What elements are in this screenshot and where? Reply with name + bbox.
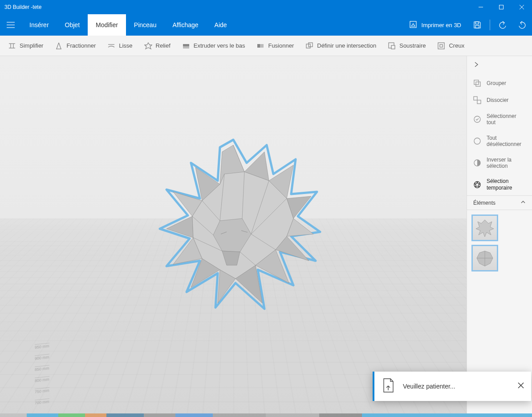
svg-rect-55 xyxy=(474,80,479,85)
svg-point-60 xyxy=(474,138,480,144)
toast-notification: Veuillez patienter... xyxy=(373,372,531,401)
tool-lisse[interactable]: Lisse xyxy=(102,39,138,53)
main-area: 950 mm 900 mm 850 mm 800 mm 750 mm 700 m… xyxy=(0,56,532,413)
group-icon xyxy=(473,79,481,87)
menu-inserer[interactable]: Insérer xyxy=(21,14,57,36)
deselect-all-icon xyxy=(473,137,481,145)
minimize-button[interactable] xyxy=(471,0,491,14)
printer-icon xyxy=(409,20,418,30)
menu-modifier[interactable]: Modifier xyxy=(88,14,126,36)
svg-rect-58 xyxy=(477,100,481,104)
svg-rect-9 xyxy=(475,25,479,28)
panel-grouper[interactable]: Grouper xyxy=(467,75,532,92)
taskbar xyxy=(0,413,532,417)
emboss-icon xyxy=(144,42,152,50)
chevron-up-icon xyxy=(520,199,526,206)
element-thumb-1[interactable] xyxy=(471,215,498,241)
maximize-button[interactable] xyxy=(491,0,512,14)
print-label: Imprimer en 3D xyxy=(421,22,461,28)
smooth-icon xyxy=(107,42,115,50)
elements-header[interactable]: Éléments xyxy=(467,195,532,210)
ungroup-icon xyxy=(473,96,481,104)
menu-objet[interactable]: Objet xyxy=(57,14,88,36)
intersect-icon xyxy=(305,42,313,50)
svg-rect-1 xyxy=(500,5,504,9)
temp-select-icon xyxy=(473,181,481,189)
ruler: 950 mm 900 mm 850 mm 800 mm 750 mm 700 m… xyxy=(35,343,49,405)
tool-simplifier[interactable]: Simplifier xyxy=(3,39,49,53)
svg-point-59 xyxy=(474,116,480,122)
redo-button[interactable] xyxy=(512,14,532,36)
tool-fusionner[interactable]: Fusionner xyxy=(251,39,299,53)
tool-soustraire[interactable]: Soustraire xyxy=(382,39,431,53)
model-preview[interactable] xyxy=(140,132,327,323)
panel-dissocier[interactable]: Dissocier xyxy=(467,92,532,109)
panel-deselect-all[interactable]: Tout désélectionner xyxy=(467,130,532,152)
close-button[interactable] xyxy=(512,0,532,14)
menu-affichage[interactable]: Affichage xyxy=(164,14,206,36)
svg-rect-23 xyxy=(391,45,395,49)
window-controls xyxy=(471,0,532,14)
tool-intersection[interactable]: Définir une intersection xyxy=(300,39,382,53)
svg-rect-57 xyxy=(474,97,477,100)
element-thumb-2[interactable] xyxy=(471,245,498,271)
svg-rect-24 xyxy=(438,43,444,49)
select-all-icon xyxy=(473,115,481,123)
panel-temp-selection[interactable]: Sélection temporaire xyxy=(467,174,532,195)
subtract-icon xyxy=(388,42,396,50)
tool-fractionner[interactable]: Fractionner xyxy=(49,39,101,53)
title-bar: 3D Builder -tete xyxy=(0,0,532,14)
elements-list xyxy=(467,210,532,276)
merge-icon xyxy=(256,42,264,50)
svg-rect-56 xyxy=(476,82,480,86)
file-upload-icon xyxy=(382,378,395,395)
panel-invert-selection[interactable]: Inverser la sélection xyxy=(467,152,532,174)
split-icon xyxy=(55,42,63,50)
svg-rect-8 xyxy=(475,22,479,24)
tool-creux[interactable]: Creux xyxy=(432,39,470,53)
print-3d-button[interactable]: Imprimer en 3D xyxy=(402,14,467,36)
collapse-panel-button[interactable] xyxy=(473,61,526,69)
svg-rect-19 xyxy=(260,44,264,48)
svg-rect-25 xyxy=(440,45,443,47)
panel-select-all[interactable]: Sélectionner tout xyxy=(467,109,532,130)
hamburger-button[interactable] xyxy=(0,14,21,36)
toolbar: Simplifier Fractionner Lisse Relief Extr… xyxy=(0,36,532,56)
toast-close-button[interactable] xyxy=(518,382,524,390)
save-button[interactable] xyxy=(467,14,487,36)
menu-aide[interactable]: Aide xyxy=(207,14,235,36)
extrude-icon xyxy=(182,42,190,50)
invert-icon xyxy=(473,159,481,167)
toast-text: Veuillez patienter... xyxy=(403,383,510,390)
svg-rect-7 xyxy=(410,21,416,28)
window-title: 3D Builder -tete xyxy=(4,4,41,10)
tool-relief[interactable]: Relief xyxy=(139,39,176,53)
side-panel: Grouper Dissocier Sélectionner tout Tout… xyxy=(467,56,532,413)
tool-extruder[interactable]: Extruder vers le bas xyxy=(177,39,251,53)
hollow-icon xyxy=(437,42,445,50)
menu-pinceau[interactable]: Pinceau xyxy=(126,14,165,36)
svg-rect-17 xyxy=(183,46,189,49)
svg-marker-63 xyxy=(476,220,494,237)
simplify-icon xyxy=(8,42,16,50)
undo-button[interactable] xyxy=(493,14,512,36)
viewport-3d[interactable]: 950 mm 900 mm 850 mm 800 mm 750 mm 700 m… xyxy=(0,56,467,413)
menu-bar: Insérer Objet Modifier Pinceau Affichage… xyxy=(0,14,532,36)
